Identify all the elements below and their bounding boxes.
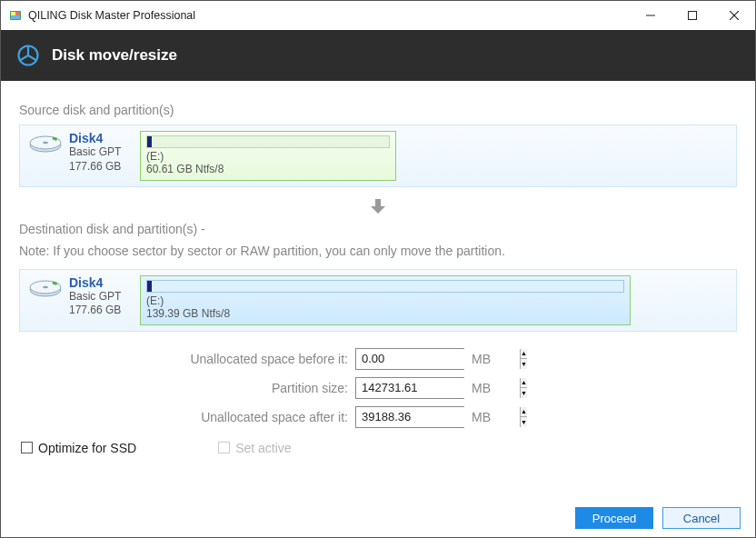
unit-label: MB xyxy=(472,410,491,424)
partition-usage-bar[interactable] xyxy=(146,280,624,293)
checkbox-box-icon xyxy=(218,442,230,453)
source-disk-name: Disk4 xyxy=(69,131,134,145)
source-partition-desc: 60.61 GB Ntfs/8 xyxy=(146,163,390,175)
source-disk-meta: Disk4 Basic GPT 177.66 GB xyxy=(69,131,134,174)
source-disk-size: 177.66 GB xyxy=(69,160,134,174)
svg-rect-2 xyxy=(15,12,20,15)
unit-label: MB xyxy=(472,352,491,366)
destination-disk-type: Basic GPT xyxy=(69,290,134,304)
footer: Proceed Cancel xyxy=(1,498,755,538)
unalloc-before-label: Unallocated space before it: xyxy=(19,352,355,366)
source-section-label: Source disk and partition(s) xyxy=(19,103,737,117)
unit-label: MB xyxy=(472,381,491,395)
svg-point-11 xyxy=(43,142,48,144)
unalloc-before-input[interactable] xyxy=(356,349,520,369)
spinner-up-button[interactable]: ▲ xyxy=(521,407,527,418)
destination-disk-name: Disk4 xyxy=(69,275,134,290)
source-partition[interactable]: (E:) 60.61 GB Ntfs/8 xyxy=(140,131,396,181)
header: Disk move/resize xyxy=(1,30,755,81)
maximize-button[interactable] xyxy=(671,1,713,30)
svg-point-15 xyxy=(43,285,48,288)
partition-size-input[interactable] xyxy=(356,378,520,398)
source-partition-drive: (E:) xyxy=(146,150,390,163)
spinner-up-button[interactable]: ▲ xyxy=(521,349,527,360)
destination-partition[interactable]: (E:) 139.39 GB Ntfs/8 xyxy=(140,275,631,325)
destination-disk-meta: Disk4 Basic GPT 177.66 GB xyxy=(69,275,134,318)
logo-icon xyxy=(15,43,41,68)
svg-rect-1 xyxy=(11,12,15,15)
titlebar: QILING Disk Master Professional xyxy=(1,1,755,30)
disk-icon xyxy=(27,275,64,301)
destination-disk-size: 177.66 GB xyxy=(69,304,134,318)
set-active-label: Set active xyxy=(235,441,291,455)
destination-note: Note: If you choose sector by sector or … xyxy=(19,244,737,258)
destination-partition-desc: 139.39 GB Ntfs/8 xyxy=(146,307,624,320)
close-button[interactable] xyxy=(713,1,755,30)
proceed-button[interactable]: Proceed xyxy=(575,507,653,529)
partition-size-spinner[interactable]: ▲ ▼ xyxy=(355,377,464,399)
optimize-ssd-checkbox[interactable]: Optimize for SSD xyxy=(21,441,136,455)
partition-usage-fill xyxy=(147,281,152,292)
svg-rect-5 xyxy=(689,12,697,20)
spinner-up-button[interactable]: ▲ xyxy=(521,378,527,389)
unalloc-after-spinner[interactable]: ▲ ▼ xyxy=(355,406,464,428)
destination-partition-drive: (E:) xyxy=(146,294,624,307)
disk-icon xyxy=(27,131,64,156)
partition-usage-fill xyxy=(147,136,152,147)
source-disk-type: Basic GPT xyxy=(69,145,134,160)
destination-section-label: Destination disk and partition(s) - xyxy=(19,222,737,236)
optimize-ssd-label: Optimize for SSD xyxy=(38,441,136,455)
page-title: Disk move/resize xyxy=(52,46,177,65)
destination-disk-card[interactable]: Disk4 Basic GPT 177.66 GB (E:) 139.39 GB… xyxy=(19,269,737,332)
checkbox-box-icon xyxy=(21,442,33,453)
spinner-down-button[interactable]: ▼ xyxy=(521,417,527,427)
cancel-button[interactable]: Cancel xyxy=(662,507,741,529)
unalloc-before-spinner[interactable]: ▲ ▼ xyxy=(355,348,464,370)
spinner-down-button[interactable]: ▼ xyxy=(521,359,527,369)
minimize-button[interactable] xyxy=(630,1,671,30)
partition-usage-bar xyxy=(146,135,390,148)
app-icon xyxy=(8,8,23,23)
unalloc-after-input[interactable] xyxy=(356,407,520,427)
app-title: QILING Disk Master Professional xyxy=(28,9,630,22)
arrow-down-icon xyxy=(19,196,737,216)
set-active-checkbox: Set active xyxy=(218,441,291,455)
unalloc-after-label: Unallocated space after it: xyxy=(19,410,355,424)
spinner-down-button[interactable]: ▼ xyxy=(521,388,527,398)
partition-size-label: Partition size: xyxy=(19,381,355,395)
source-disk-card[interactable]: Disk4 Basic GPT 177.66 GB (E:) 60.61 GB … xyxy=(19,125,737,187)
svg-rect-3 xyxy=(11,15,20,19)
